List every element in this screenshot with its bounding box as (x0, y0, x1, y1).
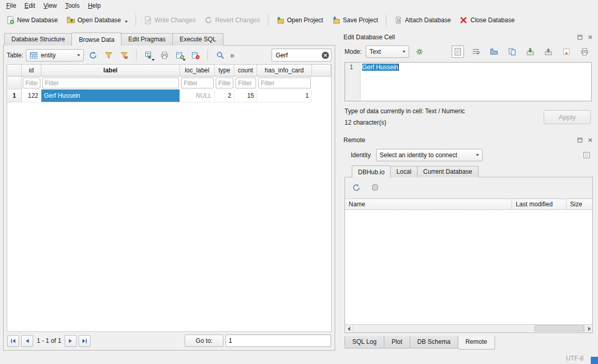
tab-plot[interactable]: Plot (384, 336, 410, 348)
identity-combobox[interactable]: Select an identity to connect (376, 149, 483, 161)
menu-help[interactable]: Help (84, 1, 105, 10)
write-changes-button[interactable]: Write Changes (140, 13, 200, 27)
refresh-table-button[interactable] (86, 49, 99, 62)
goto-button[interactable]: Go to: (185, 335, 223, 347)
tab-current-database[interactable]: Current Database (417, 166, 479, 177)
import-cell-button[interactable] (524, 46, 536, 58)
insert-record-button[interactable] (173, 49, 186, 62)
menu-edit[interactable]: Edit (20, 1, 39, 10)
next-record-button[interactable] (65, 335, 77, 347)
filter-input-type[interactable] (216, 78, 233, 88)
copy-cell-button[interactable] (506, 46, 518, 58)
first-record-button[interactable] (7, 335, 19, 347)
tab-local[interactable]: Local (390, 166, 417, 177)
cell-loc-label[interactable]: NULL (180, 89, 215, 102)
dock-icons (576, 34, 594, 41)
word-wrap-button[interactable] (470, 46, 482, 58)
clear-filters-button[interactable] (117, 49, 130, 62)
identity-label: Identity (351, 151, 371, 159)
menu-view[interactable]: View (39, 1, 61, 10)
revert-changes-button[interactable]: Revert Changes (200, 13, 264, 27)
float-dock-icon[interactable] (576, 34, 584, 41)
open-project-button[interactable]: Open Project (272, 13, 327, 27)
upload-database-button[interactable] (580, 149, 593, 161)
table-combobox[interactable]: entity (26, 49, 84, 62)
float-dock-icon[interactable] (576, 136, 584, 144)
row-number-cell[interactable]: 1 (7, 89, 22, 102)
close-dock-icon[interactable] (587, 34, 594, 41)
print-table-button[interactable] (158, 49, 171, 62)
size-grip[interactable] (591, 357, 598, 364)
menu-tools[interactable]: Tools (61, 1, 84, 10)
filter-input-id[interactable] (23, 78, 40, 88)
export-cell-button[interactable] (542, 46, 555, 58)
cell-has-info-card[interactable]: 1 (257, 89, 312, 102)
scrollbar-thumb[interactable] (534, 325, 584, 331)
auto-format-button[interactable] (413, 46, 426, 58)
new-database-button[interactable]: New Database (2, 13, 62, 27)
filter-input-has-info-card[interactable] (258, 78, 311, 88)
tab-edit-pragmas[interactable]: Edit Pragmas (121, 33, 173, 46)
find-in-table-button[interactable] (214, 49, 227, 62)
filter-input-loc-label[interactable] (181, 78, 214, 88)
column-header-name[interactable]: Name (345, 199, 512, 209)
filter-button[interactable] (102, 49, 115, 62)
clone-database-button[interactable] (369, 181, 381, 194)
grid-corner-header[interactable] (7, 65, 22, 77)
text-view-button[interactable] (452, 46, 464, 58)
tab-sql-log[interactable]: SQL Log (345, 336, 384, 348)
cell-editor-text[interactable]: Gerf Hussein (361, 63, 591, 101)
attach-database-button[interactable]: Attach Database (390, 13, 455, 27)
toolbar-overflow-chevron[interactable]: » (229, 51, 235, 59)
close-database-button[interactable]: Close Database (455, 13, 518, 27)
tab-dbhub[interactable]: DBHub.io (352, 165, 391, 178)
column-header-count[interactable]: count (234, 65, 257, 77)
main-toolbar: New Database Open Database Write Changes… (0, 11, 598, 29)
tab-remote[interactable]: Remote (458, 336, 495, 350)
previous-record-button[interactable] (21, 335, 33, 347)
filter-filler (312, 77, 331, 89)
print-cell-button[interactable] (578, 46, 591, 58)
export-table-button[interactable] (142, 49, 155, 62)
clear-search-icon[interactable] (321, 51, 330, 59)
open-file-button[interactable] (488, 46, 500, 58)
set-null-button[interactable] (560, 46, 573, 58)
close-database-icon (459, 16, 468, 24)
mode-combobox[interactable]: Text (366, 46, 409, 58)
tab-browse-data[interactable]: Browse Data (71, 33, 122, 46)
scrollbar-track[interactable] (353, 325, 584, 332)
column-header-id[interactable]: id (22, 65, 41, 77)
column-header-loc-label[interactable]: loc_label (180, 65, 215, 77)
column-header-has-info-card[interactable]: has_info_card (257, 65, 312, 77)
search-input[interactable] (275, 51, 321, 59)
menu-file[interactable]: File (2, 1, 20, 10)
tab-execute-sql[interactable]: Execute SQL (172, 33, 223, 46)
tab-db-schema[interactable]: DB Schema (410, 336, 458, 348)
column-header-last-modified[interactable]: Last modified (512, 199, 566, 209)
import-icon (526, 48, 534, 56)
cell-count[interactable]: 15 (234, 89, 257, 102)
open-database-icon (67, 16, 75, 24)
filter-input-count[interactable] (235, 78, 256, 88)
close-dock-icon[interactable] (587, 136, 594, 144)
tab-database-structure[interactable]: Database Structure (4, 33, 72, 46)
column-header-type[interactable]: type (215, 65, 234, 77)
cell-type[interactable]: 2 (215, 89, 234, 102)
last-record-button[interactable] (79, 335, 91, 347)
delete-record-button[interactable] (189, 49, 202, 62)
goto-input[interactable] (226, 335, 331, 347)
apply-button[interactable]: Apply (544, 110, 591, 124)
horizontal-scrollbar[interactable] (345, 324, 592, 332)
filter-input-label[interactable] (42, 78, 179, 88)
cell-editor[interactable]: 1 Gerf Hussein (345, 62, 592, 101)
scroll-left-icon[interactable] (345, 325, 353, 332)
open-database-button[interactable]: Open Database (63, 13, 132, 27)
column-header-label[interactable]: label (41, 65, 180, 77)
column-header-size[interactable]: Size (566, 199, 592, 209)
remote-refresh-button[interactable] (350, 181, 363, 194)
scroll-right-icon[interactable] (584, 325, 592, 332)
cell-id[interactable]: 122 (22, 89, 41, 102)
open-database-dropdown-caret-icon[interactable] (125, 21, 128, 23)
save-project-button[interactable]: Save Project (328, 13, 382, 27)
cell-label-selected[interactable]: Gerf Hussein (41, 89, 180, 102)
